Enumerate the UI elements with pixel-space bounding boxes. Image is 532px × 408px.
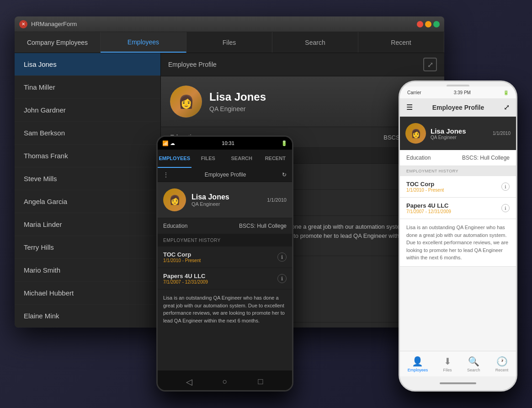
android-job-papers: Papers 4U LLC 7/1/2007 - 12/31/2009 ℹ bbox=[158, 268, 292, 290]
maximize-btn[interactable] bbox=[433, 21, 440, 27]
app-icon bbox=[19, 20, 27, 28]
android-phone: 📶 ☁ 10:31 🔋 EMPLOYEES FILES SEARCH RECEN… bbox=[156, 135, 293, 392]
search-tab-label: Search bbox=[467, 368, 480, 372]
android-emp-header: EMPLOYMENT HISTORY bbox=[158, 234, 292, 247]
tab-files[interactable]: Files bbox=[186, 32, 272, 53]
iphone-bottom-tabs: 👤 Employees ⬇ Files 🔍 Search 🕐 Recent bbox=[400, 351, 516, 376]
employee-item-lisa-jones[interactable]: Lisa Jones bbox=[15, 53, 160, 76]
android-back-button[interactable]: ◁ bbox=[184, 376, 195, 387]
profile-name: Lisa Jones bbox=[209, 91, 410, 103]
minimize-btn[interactable] bbox=[425, 21, 431, 27]
iphone-education-section: Education BSCS: Hull College bbox=[400, 150, 516, 166]
iphone-content: 👩 Lisa Jones QA Engineer 1/1/2010 Educat… bbox=[400, 117, 516, 351]
employee-item-sam-berkson[interactable]: Sam Berkson bbox=[15, 122, 160, 145]
android-battery: 🔋 bbox=[281, 140, 287, 146]
iphone-company-papers: Papers 4U LLC bbox=[406, 202, 451, 209]
iphone-tab-files[interactable]: ⬇ Files bbox=[443, 356, 452, 372]
employee-item-john-gardner[interactable]: John Gardner bbox=[15, 99, 160, 122]
iphone-tab-search[interactable]: 🔍 Search bbox=[467, 356, 480, 372]
iphone-name: Lisa Jones bbox=[431, 127, 493, 135]
android-tab-employees[interactable]: EMPLOYEES bbox=[158, 150, 192, 168]
tab-company[interactable]: Company Employees bbox=[15, 32, 101, 53]
android-tab-recent[interactable]: RECENT bbox=[259, 150, 293, 168]
employee-item-mario-smith[interactable]: Mario Smith bbox=[15, 259, 160, 282]
android-info-icon-papers[interactable]: ℹ bbox=[277, 274, 287, 283]
iphone-home-indicator bbox=[400, 376, 516, 390]
iphone-education-value: BSCS: Hull College bbox=[462, 155, 510, 161]
app-title: HRManagerForm bbox=[31, 21, 417, 27]
iphone-job-papers: Papers 4U LLC 7/1/2007 - 12/31/2009 ℹ bbox=[400, 198, 516, 219]
titlebar: HRManagerForm bbox=[15, 16, 444, 32]
iphone-bio: Lisa is an outstanding QA Engineer who h… bbox=[400, 219, 516, 267]
iphone-carrier: Carrier bbox=[407, 90, 421, 95]
iphone-tab-recent[interactable]: 🕐 Recent bbox=[495, 356, 509, 372]
android-bio: Lisa is an outstanding QA Engineer who h… bbox=[158, 290, 292, 329]
employee-item-steve-mills[interactable]: Steve Mills bbox=[15, 167, 160, 190]
employee-item-elaine-mink[interactable]: Elaine Mink bbox=[15, 305, 160, 327]
employees-tab-label: Employees bbox=[408, 368, 428, 372]
iphone-education-label: Education bbox=[406, 155, 431, 161]
android-carrier: 📶 ☁ bbox=[162, 140, 175, 146]
iphone-info-icon-toc[interactable]: ℹ bbox=[501, 183, 510, 191]
android-education-value: BSCS: Hull College bbox=[239, 223, 287, 229]
android-job-title: QA Engineer bbox=[192, 201, 229, 207]
close-btn[interactable] bbox=[417, 21, 423, 27]
employee-item-maria-linder[interactable]: Maria Linder bbox=[15, 213, 160, 236]
android-info-icon-toc[interactable]: ℹ bbox=[277, 252, 287, 262]
iphone-nav-bar: ☰ Employee Profile ⤢ bbox=[400, 98, 516, 117]
tab-recent[interactable]: Recent bbox=[358, 32, 444, 53]
expand-button[interactable]: ⤢ bbox=[423, 58, 437, 71]
android-bottom-bar: ◁ ○ □ bbox=[158, 370, 292, 392]
recent-tab-label: Recent bbox=[495, 368, 509, 372]
android-company-papers: Papers 4U LLC bbox=[163, 273, 208, 279]
android-menu-icon[interactable]: ⋮ bbox=[163, 172, 169, 178]
android-education-label: Education bbox=[163, 223, 187, 229]
window-controls bbox=[417, 21, 440, 27]
android-dates-toc: 1/1/2010 - Present bbox=[163, 258, 201, 263]
profile-header-bar: Employee Profile ⤢ bbox=[161, 53, 444, 76]
android-company-toc: TOC Corp bbox=[163, 251, 201, 258]
iphone: Carrier 3:39 PM 🔋 ☰ Employee Profile ⤢ 👩… bbox=[399, 81, 517, 392]
employee-item-thomas-frank[interactable]: Thomas Frank bbox=[15, 145, 160, 167]
employee-item-angela-garcia[interactable]: Angela Garcia bbox=[15, 190, 160, 213]
files-tab-label: Files bbox=[443, 368, 452, 372]
android-profile-label: Employee Profile bbox=[205, 172, 246, 178]
iphone-battery: 🔋 bbox=[503, 90, 509, 95]
iphone-job-title: QA Engineer bbox=[431, 135, 493, 140]
employee-list: Lisa Jones Tina Miller John Gardner Sam … bbox=[15, 53, 161, 327]
android-name: Lisa Jones bbox=[192, 193, 229, 201]
android-tab-search[interactable]: SEARCH bbox=[225, 150, 259, 168]
iphone-dates-papers: 7/1/2007 - 12/31/2009 bbox=[406, 209, 451, 214]
employee-item-tina-miller[interactable]: Tina Miller bbox=[15, 76, 160, 99]
iphone-inner: Carrier 3:39 PM 🔋 ☰ Employee Profile ⤢ 👩… bbox=[400, 82, 516, 390]
employee-profile-label: Employee Profile bbox=[168, 61, 217, 68]
android-refresh-icon[interactable]: ↻ bbox=[282, 172, 287, 178]
tab-search[interactable]: Search bbox=[272, 32, 358, 53]
files-tab-icon: ⬇ bbox=[444, 356, 452, 367]
iphone-nav-title: Employee Profile bbox=[432, 104, 484, 111]
iphone-date: 1/1/2010 bbox=[493, 131, 511, 136]
iphone-profile-hero: 👩 Lisa Jones QA Engineer 1/1/2010 bbox=[400, 117, 516, 150]
iphone-avatar: 👩 bbox=[405, 123, 426, 144]
iphone-company-toc: TOC Corp bbox=[406, 181, 444, 188]
iphone-emp-header: EMPLOYMENT HISTORY bbox=[400, 166, 516, 176]
home-bar bbox=[440, 382, 476, 384]
iphone-expand-icon[interactable]: ⤢ bbox=[504, 103, 510, 112]
android-date: 1/1/2010 bbox=[267, 197, 287, 203]
android-tab-files[interactable]: FILES bbox=[192, 150, 225, 168]
tab-employees[interactable]: Employees bbox=[101, 32, 186, 53]
iphone-list-icon[interactable]: ☰ bbox=[406, 103, 413, 112]
android-status-bar: 📶 ☁ 10:31 🔋 bbox=[158, 137, 292, 150]
employee-item-michael-hubbert[interactable]: Michael Hubbert bbox=[15, 282, 160, 305]
android-content: ⋮ Employee Profile ↻ 👩 Lisa Jones QA Eng… bbox=[158, 168, 292, 370]
android-recents-button[interactable]: □ bbox=[255, 376, 266, 387]
iphone-info-icon-papers[interactable]: ℹ bbox=[501, 204, 510, 212]
avatar: 👩 bbox=[170, 86, 202, 118]
android-job-toc: TOC Corp 1/1/2010 - Present ℹ bbox=[158, 247, 292, 268]
iphone-tab-employees[interactable]: 👤 Employees bbox=[408, 356, 428, 372]
android-home-button[interactable]: ○ bbox=[219, 376, 230, 387]
android-dates-papers: 7/1/2007 - 12/31/2009 bbox=[163, 279, 208, 285]
profile-info: Lisa Jones QA Engineer bbox=[209, 91, 410, 113]
employee-item-terry-hills[interactable]: Terry Hills bbox=[15, 236, 160, 259]
profile-job-title: QA Engineer bbox=[209, 105, 410, 113]
